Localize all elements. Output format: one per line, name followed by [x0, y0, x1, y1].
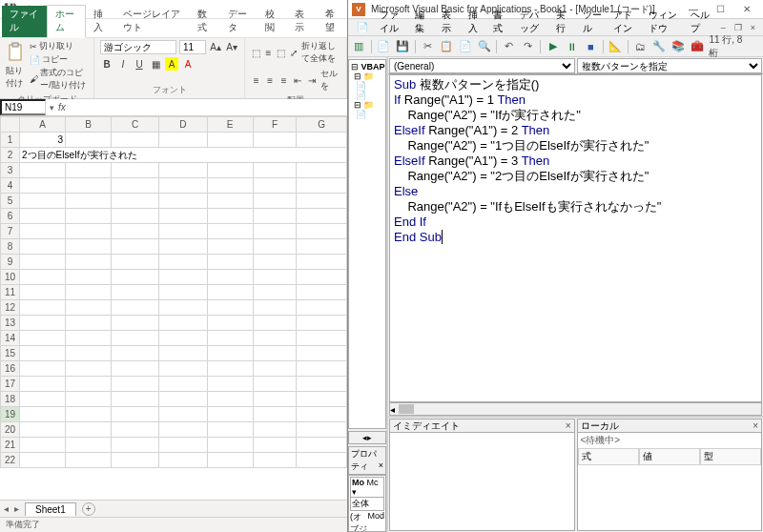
cell[interactable] — [20, 224, 66, 239]
cell[interactable] — [112, 255, 159, 270]
cell[interactable] — [159, 270, 207, 285]
tb-redo-icon[interactable]: ↷ — [521, 39, 535, 54]
props-close-icon[interactable]: × — [379, 460, 383, 470]
cell[interactable] — [112, 331, 159, 346]
cell[interactable] — [112, 209, 159, 224]
merge-button[interactable]: セルを — [320, 68, 340, 92]
cell[interactable] — [297, 178, 347, 194]
cell[interactable] — [66, 209, 112, 224]
cell[interactable] — [20, 407, 66, 422]
cell[interactable] — [112, 224, 159, 239]
cell[interactable] — [253, 255, 297, 270]
cell[interactable] — [66, 346, 112, 361]
tb-paste-icon[interactable]: 📄 — [458, 39, 472, 54]
tab-home[interactable]: ホーム — [47, 5, 86, 38]
cell[interactable] — [207, 178, 253, 194]
cell[interactable] — [20, 255, 66, 270]
cell[interactable] — [112, 300, 159, 316]
cell[interactable] — [112, 285, 159, 300]
cell[interactable] — [20, 300, 66, 316]
cell[interactable] — [66, 270, 112, 285]
cell[interactable] — [297, 255, 347, 270]
col-header[interactable]: C — [112, 117, 159, 133]
cell[interactable] — [112, 163, 159, 178]
cell[interactable] — [159, 453, 207, 468]
row-header[interactable]: 10 — [1, 270, 20, 285]
cell[interactable] — [66, 163, 112, 178]
row-header[interactable]: 11 — [1, 285, 20, 300]
cell[interactable] — [297, 239, 347, 255]
cell[interactable] — [20, 163, 66, 178]
cell[interactable] — [112, 453, 159, 468]
cell[interactable] — [112, 316, 159, 331]
cell[interactable] — [66, 331, 112, 346]
cell[interactable] — [253, 133, 297, 148]
cell[interactable] — [159, 285, 207, 300]
cell[interactable] — [112, 377, 159, 392]
cell[interactable] — [66, 392, 112, 407]
row-header[interactable]: 16 — [1, 361, 20, 377]
cell[interactable] — [112, 178, 159, 194]
cell[interactable] — [297, 133, 347, 148]
cell[interactable] — [20, 422, 66, 438]
view-excel-icon[interactable]: ▥ — [352, 39, 366, 54]
tab-insert[interactable]: 挿入 — [86, 6, 115, 37]
cell[interactable] — [20, 209, 66, 224]
cell[interactable] — [66, 453, 112, 468]
cell[interactable] — [66, 178, 112, 194]
cell[interactable] — [20, 453, 66, 468]
cell[interactable] — [20, 316, 66, 331]
cell[interactable] — [297, 316, 347, 331]
properties-window[interactable]: Mo Module1Mc ▾ 全体 (オブジェMod — [348, 475, 386, 532]
cell[interactable] — [66, 133, 112, 148]
row-header[interactable]: 5 — [1, 194, 20, 209]
font-size-select[interactable] — [179, 40, 206, 54]
namebox-dropdown-icon[interactable]: ▾ — [50, 103, 54, 113]
font-name-select[interactable] — [100, 40, 176, 54]
cell[interactable] — [159, 224, 207, 239]
tb-run-icon[interactable]: ▶ — [546, 39, 560, 54]
cell[interactable] — [253, 209, 297, 224]
cell[interactable] — [112, 270, 159, 285]
tab-pagelayout[interactable]: ページレイアウト — [115, 6, 190, 37]
row-header[interactable]: 8 — [1, 239, 20, 255]
row-header[interactable]: 21 — [1, 438, 20, 453]
cell[interactable] — [112, 422, 159, 438]
cell[interactable] — [20, 392, 66, 407]
cell[interactable] — [112, 407, 159, 422]
row-header[interactable]: 12 — [1, 300, 20, 316]
underline-button[interactable]: U — [133, 57, 146, 71]
cell[interactable] — [207, 255, 253, 270]
row-header[interactable]: 17 — [1, 377, 20, 392]
tb-undo-icon[interactable]: ↶ — [502, 39, 516, 54]
cell[interactable] — [207, 438, 253, 453]
locals-window[interactable]: ローカル× <待機中> 式 値 型 — [577, 419, 763, 531]
tab-review[interactable]: 校閲 — [258, 6, 287, 37]
wrap-text-button[interactable]: 折り返して全体を — [301, 40, 340, 65]
cell[interactable] — [207, 422, 253, 438]
font-color-button[interactable]: A — [181, 57, 195, 71]
tab-formulas[interactable]: 数式 — [190, 6, 219, 37]
tb-break-icon[interactable]: ⏸ — [565, 39, 579, 54]
cell[interactable] — [253, 239, 297, 255]
tb-browser-icon[interactable]: 📚 — [670, 39, 685, 54]
cell[interactable] — [20, 346, 66, 361]
cell[interactable] — [207, 133, 253, 148]
cell[interactable] — [66, 377, 112, 392]
cell[interactable] — [159, 422, 207, 438]
align-right-icon[interactable]: ≡ — [278, 73, 290, 87]
cell[interactable] — [297, 300, 347, 316]
cell[interactable] — [20, 178, 66, 194]
tb-insert-icon[interactable]: 📄 — [377, 39, 391, 54]
cell[interactable] — [20, 194, 66, 209]
cell[interactable] — [207, 300, 253, 316]
locals-col-value[interactable]: 値 — [639, 448, 700, 465]
cell[interactable] — [159, 194, 207, 209]
row-header[interactable]: 20 — [1, 422, 20, 438]
cell[interactable] — [159, 163, 207, 178]
cell[interactable] — [20, 361, 66, 377]
row-header[interactable]: 19 — [1, 407, 20, 422]
cell[interactable] — [159, 392, 207, 407]
cell[interactable] — [66, 300, 112, 316]
indent-dec-icon[interactable]: ⇤ — [293, 73, 304, 87]
